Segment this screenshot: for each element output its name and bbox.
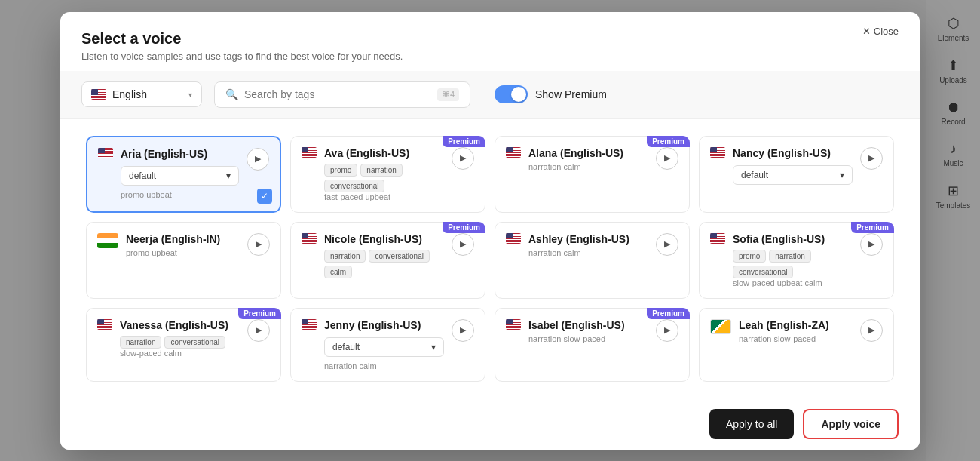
- voice-card-header: Nancy (English-US) default ▾ ▶: [710, 147, 883, 189]
- voice-info: Nicole (English-US) narrationconversatio…: [324, 233, 444, 278]
- voice-style-label: default: [332, 342, 360, 352]
- voice-card-leah[interactable]: Leah (English-ZA) narration slow-paced ▶: [699, 308, 894, 382]
- us-flag-icon: [98, 148, 113, 158]
- voice-card-header: Aria (English-US) default ▾ promo upbeat…: [98, 148, 269, 199]
- voice-info: Sofia (English-US) promonarrationconvers…: [733, 233, 853, 287]
- voice-info: Vanessa (English-US) narrationconversati…: [120, 319, 240, 358]
- tag-search-container: 🔍 ⌘4: [214, 81, 470, 108]
- voice-style-dropdown[interactable]: default ▾: [324, 337, 444, 357]
- tag-row: promonarrationconversational: [733, 250, 853, 278]
- voice-card-jenny[interactable]: Jenny (English-US) default ▾ narration c…: [290, 308, 485, 382]
- voice-tag: conversational: [369, 250, 429, 263]
- premium-badge: Premium: [647, 308, 690, 319]
- us-flag-icon: [710, 147, 725, 158]
- voice-tag: promo: [324, 164, 357, 177]
- voice-tag: conversational: [733, 266, 793, 278]
- voice-name: Vanessa (English-US): [120, 319, 240, 331]
- play-button[interactable]: ▶: [247, 233, 270, 256]
- play-button[interactable]: ▶: [452, 233, 474, 256]
- voice-card-vanessa[interactable]: Premium Vanessa (English-US) narrationco…: [86, 308, 281, 382]
- voice-card-ashley[interactable]: Ashley (English-US) narration calm ▶: [495, 222, 690, 299]
- play-button[interactable]: ▶: [860, 319, 883, 342]
- voice-tag: promo: [733, 250, 766, 263]
- voice-name: Aria (English-US): [121, 148, 239, 160]
- modal-subtitle: Listen to voice samples and use tags to …: [81, 51, 899, 62]
- voice-desc: slow-paced upbeat calm: [733, 278, 853, 287]
- voice-tag: narration: [360, 164, 402, 177]
- play-button[interactable]: ▶: [656, 233, 678, 256]
- voice-info: Aria (English-US) default ▾ promo upbeat: [121, 148, 239, 199]
- voice-tag: calm: [324, 266, 352, 278]
- voice-card-ava[interactable]: Premium Ava (English-US) promonarrationc…: [290, 136, 485, 213]
- voice-desc: narration calm: [528, 162, 648, 171]
- za-flag-icon: [710, 319, 731, 334]
- voice-card-neerja[interactable]: Neerja (English-IN) promo upbeat ▶: [86, 222, 281, 299]
- voice-desc: fast-paced upbeat: [324, 192, 444, 201]
- voice-tag: narration: [120, 336, 161, 349]
- voice-card-sofia[interactable]: Premium Sofia (English-US) promonarratio…: [699, 222, 894, 299]
- play-button[interactable]: ▶: [860, 233, 883, 256]
- apply-to-all-button[interactable]: Apply to all: [709, 409, 794, 439]
- play-button[interactable]: ▶: [247, 319, 270, 342]
- premium-badge: Premium: [443, 222, 485, 233]
- voice-grid: Aria (English-US) default ▾ promo upbeat…: [60, 119, 920, 398]
- voice-info: Neerja (English-IN) promo upbeat: [126, 233, 240, 257]
- voice-card-alana[interactable]: Premium Alana (English-US) narration cal…: [495, 136, 690, 213]
- voice-card-aria[interactable]: Aria (English-US) default ▾ promo upbeat…: [86, 136, 281, 213]
- us-flag-icon: [302, 233, 317, 244]
- in-flag-icon: [97, 233, 118, 248]
- us-flag-icon: [302, 147, 317, 158]
- voice-card-isabel[interactable]: Premium Isabel (English-US) narration sl…: [495, 308, 690, 382]
- voice-card-header: Isabel (English-US) narration slow-paced…: [506, 319, 678, 343]
- play-button[interactable]: ▶: [452, 147, 474, 170]
- voice-style-dropdown[interactable]: default ▾: [121, 166, 239, 186]
- voice-card-nicole[interactable]: Premium Nicole (English-US) narrationcon…: [290, 222, 485, 299]
- play-button[interactable]: ▶: [656, 147, 678, 170]
- search-icon: 🔍: [225, 88, 238, 100]
- voice-card-header: Vanessa (English-US) narrationconversati…: [97, 319, 270, 358]
- modal-footer: Apply to all Apply voice: [60, 398, 920, 450]
- dropdown-chevron-icon: ▾: [226, 171, 231, 181]
- premium-toggle-area: Show Premium: [495, 85, 607, 103]
- voice-info: Jenny (English-US) default ▾ narration c…: [324, 319, 444, 370]
- voice-card-nancy[interactable]: Nancy (English-US) default ▾ ▶: [699, 136, 894, 213]
- us-flag-icon: [506, 233, 521, 244]
- editor-background: ⬡ Elements ⬆ Uploads ⏺ Record ♪ Music ⊞ …: [0, 0, 980, 461]
- voice-info: Alana (English-US) narration calm: [528, 147, 648, 171]
- search-input[interactable]: [244, 88, 431, 100]
- select-voice-modal: Select a voice Listen to voice samples a…: [60, 12, 920, 450]
- premium-label: Show Premium: [535, 88, 607, 100]
- voice-card-header: Sofia (English-US) promonarrationconvers…: [710, 233, 883, 287]
- voice-name: Alana (English-US): [528, 147, 648, 159]
- voice-card-header: Nicole (English-US) narrationconversatio…: [302, 233, 474, 278]
- voice-card-header: Ava (English-US) promonarrationconversat…: [302, 147, 474, 201]
- voice-name: Jenny (English-US): [324, 319, 444, 331]
- voice-desc: promo upbeat: [126, 248, 240, 257]
- voice-desc: narration slow-paced: [528, 334, 648, 343]
- premium-badge: Premium: [238, 308, 281, 319]
- voice-name: Ashley (English-US): [528, 233, 648, 245]
- play-button[interactable]: ▶: [860, 147, 883, 170]
- close-button[interactable]: ✕ Close: [862, 26, 899, 37]
- voice-name: Ava (English-US): [324, 147, 444, 159]
- language-dropdown[interactable]: English ▾: [81, 81, 202, 107]
- selected-checkmark: ✓: [257, 189, 272, 204]
- play-button[interactable]: ▶: [247, 148, 269, 171]
- voice-card-header: Alana (English-US) narration calm ▶: [506, 147, 678, 171]
- voice-desc: narration slow-paced: [739, 334, 853, 343]
- us-flag-icon: [506, 319, 521, 330]
- voice-name: Neerja (English-IN): [126, 233, 240, 245]
- play-button[interactable]: ▶: [452, 319, 474, 342]
- voice-name: Isabel (English-US): [528, 319, 648, 331]
- dropdown-chevron-icon: ▾: [431, 342, 436, 352]
- premium-toggle[interactable]: [495, 85, 528, 103]
- dropdown-chevron-icon: ▾: [840, 170, 844, 180]
- apply-voice-button[interactable]: Apply voice: [803, 409, 899, 439]
- play-button[interactable]: ▶: [656, 319, 678, 342]
- filter-bar: English ▾ 🔍 ⌘4 Show Premium: [60, 71, 920, 119]
- voice-desc: narration calm: [528, 248, 648, 257]
- tag-row: narrationconversational: [120, 336, 240, 349]
- tag-row: promonarrationconversational: [324, 164, 444, 192]
- voice-style-dropdown[interactable]: default ▾: [733, 165, 853, 185]
- voice-style-label: default: [129, 171, 156, 181]
